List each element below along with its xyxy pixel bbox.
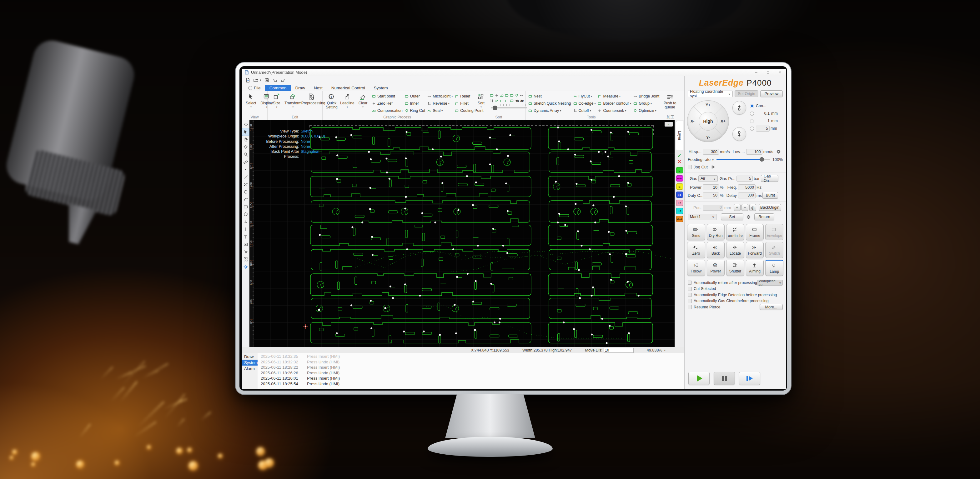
zoom-level[interactable]: 49.838% ▾ [647, 348, 665, 352]
checkbox-icon[interactable] [688, 299, 692, 303]
tool-collapse-button[interactable] [242, 121, 249, 128]
menu-tab-common[interactable]: Common [265, 85, 291, 91]
transform-button[interactable]: Transform▾ [285, 92, 302, 115]
delay-input[interactable] [738, 192, 756, 198]
sort-granularity-slider[interactable] [491, 107, 527, 108]
freq-input[interactable] [738, 184, 756, 190]
simu-button[interactable]: SIMSimu [687, 224, 705, 240]
option-automatically-return-after-processing[interactable]: Automatically return after processingWor… [688, 280, 783, 286]
sort-mode-icon[interactable] [509, 94, 514, 97]
step-option-con[interactable]: Con... [750, 103, 783, 109]
gas-type-dropdown[interactable]: Air ∨ [698, 175, 718, 182]
sort-mode-icon[interactable] [490, 99, 494, 103]
checkbox-icon[interactable] [688, 287, 692, 291]
high-speed-input[interactable] [703, 149, 719, 155]
tool-zoom-button[interactable] [242, 151, 249, 158]
back-button[interactable]: ≪Back [707, 242, 725, 258]
option-resume-pierce[interactable]: Resume PierceMore... [688, 304, 783, 310]
tool-rectangle-button[interactable] [242, 203, 249, 211]
checkbox-icon[interactable] [688, 305, 692, 309]
tool-two-point-arc-button[interactable] [242, 181, 249, 188]
preview-button[interactable]: Preview [760, 90, 783, 97]
tool-center-view-button[interactable] [242, 143, 249, 151]
ribbon-item-inner[interactable]: Inner [404, 100, 425, 106]
ribbon-item-group[interactable]: Group▾ [633, 100, 659, 106]
ribbon-item-microjoint[interactable]: MicroJoint▾ [427, 93, 453, 99]
menu-tab-system[interactable]: System [369, 85, 392, 91]
tool-arc-button[interactable] [242, 196, 249, 203]
gas-pressure-input[interactable] [737, 176, 753, 182]
size-button[interactable]: Size▾ [269, 92, 285, 115]
pause-button[interactable] [714, 372, 735, 385]
ribbon-item-dynamic-array[interactable]: Dynamic Array▾ [528, 108, 571, 114]
slider-thumb[interactable] [493, 106, 497, 110]
tool-array-button[interactable] [242, 255, 249, 263]
mark-settings-gear-icon[interactable] [746, 214, 751, 220]
tool-text-button[interactable]: A [242, 218, 249, 225]
ribbon-item-nest[interactable]: Nest [528, 93, 571, 99]
follow-button[interactable]: $Follow [687, 260, 705, 276]
ribbon-item-ring-cut[interactable]: Ring Cut [404, 108, 425, 114]
mark-dropdown[interactable]: Mark1 ∨ [688, 214, 716, 220]
redo-button[interactable] [280, 78, 286, 83]
return-button[interactable]: Return [754, 213, 774, 220]
confirm-icon[interactable]: ✓ [678, 153, 681, 159]
save-button[interactable] [264, 78, 269, 83]
radio-icon[interactable] [750, 119, 754, 123]
minimize-button[interactable]: – [750, 70, 762, 75]
sort-button[interactable]: Sort▾ [473, 92, 489, 115]
option-automatically-edge-detection-before-processing[interactable]: Automatically Edge Detection before proc… [688, 292, 783, 298]
tool-jog-origin-button[interactable] [242, 263, 249, 271]
menu-tab-file[interactable]: File [244, 85, 265, 91]
ribbon-item-reverse[interactable]: Reverse▾ [427, 100, 453, 106]
dry-run-button[interactable]: VLDry Run [707, 224, 725, 240]
step-button[interactable] [739, 372, 760, 385]
tool-measure-button[interactable] [242, 158, 249, 166]
open-menu-caret[interactable]: ▾ [260, 78, 261, 82]
close-button[interactable]: × [774, 70, 786, 75]
radio-icon[interactable] [750, 111, 754, 116]
feeding-rate-slider[interactable] [716, 159, 770, 160]
jog-cut-settings-gear-icon[interactable] [710, 164, 716, 170]
sort-direction-arrows[interactable]: ≪ ≫ [515, 98, 524, 103]
menu-tab-numerical-control[interactable]: Numerical Control [327, 85, 369, 91]
slider-thumb[interactable] [760, 157, 764, 162]
sort-mode-icon[interactable] [509, 99, 514, 103]
radio-icon[interactable] [750, 127, 754, 131]
layer-l2-button[interactable]: L2 [676, 200, 683, 206]
layer-mark-button[interactable]: Mark [676, 216, 683, 222]
open-button[interactable] [253, 78, 259, 83]
chevron-down-icon[interactable]: ∨ [712, 158, 714, 161]
back-origin-button[interactable]: BackOrigin [759, 204, 781, 211]
ribbon-item-zero-ref[interactable]: Zero Ref [372, 100, 402, 106]
quick-setting-button[interactable]: 1Quick Setting [324, 92, 339, 115]
z-up-button[interactable] [732, 101, 746, 115]
menu-tab-draw[interactable]: Draw [291, 85, 310, 91]
sort-mode-icon[interactable] [495, 99, 499, 103]
frame-button[interactable]: Frame [746, 224, 764, 240]
ribbon-item-optimize[interactable]: Optimize▾ [633, 108, 659, 114]
jog-cut-checkbox[interactable] [688, 165, 692, 169]
tool-polygon-button[interactable] [242, 211, 249, 218]
ribbon-item-countersink[interactable]: Countersink▾ [597, 108, 631, 114]
push-to-queue-button[interactable]: Push to queue [658, 92, 681, 115]
ribbon-item-measure[interactable]: Measure▾ [597, 93, 631, 99]
low-speed-input[interactable] [746, 149, 762, 155]
tool-explode-button[interactable] [242, 248, 249, 255]
ribbon-item-compensation[interactable]: Compensation [372, 108, 402, 114]
sort-mode-icon[interactable] [504, 99, 509, 103]
layer-l1-button[interactable]: L1 [676, 192, 683, 198]
speed-settings-gear-icon[interactable] [776, 149, 781, 154]
step-option-1[interactable]: 1mm [750, 118, 783, 124]
step-value-input[interactable] [756, 125, 770, 132]
ribbon-item-sketch-quick-nesting[interactable]: Sketch Quick Nesting [528, 100, 571, 106]
option-automatically-gas-clean-before-processing[interactable]: Automatically Gas Clean before processin… [688, 298, 783, 305]
jog-y-plus-button[interactable]: Y+ [706, 103, 711, 107]
jog-x-plus-button[interactable]: X+ [721, 119, 725, 124]
forward-button[interactable]: ≫Forward [746, 242, 764, 258]
burst-button[interactable]: Burst [762, 192, 778, 199]
ribbon-item-border-contour[interactable]: Border contour▾ [597, 100, 631, 106]
layer-l3-button[interactable]: L3 [676, 208, 683, 214]
tool-lead-in-button[interactable] [242, 225, 249, 233]
sort-mode-icon[interactable] [490, 94, 494, 97]
